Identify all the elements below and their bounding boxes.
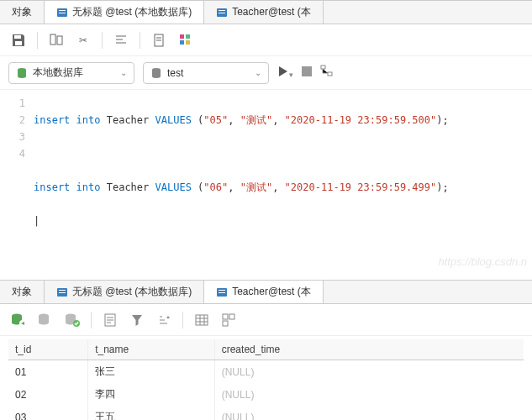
separator bbox=[102, 32, 103, 49]
rollback-icon[interactable] bbox=[62, 310, 82, 330]
table-row[interactable]: 01张三(NULL) bbox=[8, 360, 524, 384]
table-icon bbox=[216, 7, 228, 18]
schema-label: test bbox=[167, 67, 183, 79]
top-tab-bar: 对象 无标题 @test (本地数据库) Teacher@test (本 bbox=[0, 1, 532, 24]
svg-rect-7 bbox=[15, 41, 22, 45]
svg-rect-19 bbox=[328, 72, 332, 76]
svg-rect-33 bbox=[223, 314, 228, 319]
cell-id[interactable]: 01 bbox=[8, 360, 88, 384]
tab-objects[interactable]: 对象 bbox=[0, 1, 45, 24]
svg-rect-34 bbox=[229, 314, 234, 319]
tab-teacher[interactable]: Teacher@test (本 bbox=[204, 1, 324, 24]
bottom-tab-bar: 对象 无标题 @test (本地数据库) Teacher@test (本 bbox=[0, 281, 532, 304]
grid-icon[interactable] bbox=[192, 310, 212, 330]
tab-label: 对象 bbox=[12, 5, 32, 19]
schema-selector[interactable]: test ⌄ bbox=[143, 62, 269, 84]
svg-rect-35 bbox=[223, 321, 228, 326]
result-table-wrap: t_id t_name created_time 01张三(NULL)02李四(… bbox=[0, 336, 532, 420]
line-number: 3 bbox=[0, 129, 25, 145]
grid-color-icon[interactable] bbox=[176, 30, 196, 50]
separator bbox=[37, 32, 38, 49]
svg-rect-9 bbox=[57, 36, 62, 45]
svg-rect-8 bbox=[50, 34, 55, 45]
svg-rect-18 bbox=[321, 66, 325, 69]
tab-label: 无标题 @test (本地数据库) bbox=[72, 5, 192, 19]
tab-untitled-query[interactable]: 无标题 @test (本地数据库) bbox=[45, 281, 204, 303]
tab-label: 无标题 @test (本地数据库) bbox=[72, 285, 192, 299]
tab-untitled-query[interactable]: 无标题 @test (本地数据库) bbox=[45, 1, 204, 24]
begin-transaction-icon[interactable] bbox=[8, 310, 29, 330]
cell-name[interactable]: 李四 bbox=[88, 383, 215, 406]
database-icon bbox=[16, 67, 28, 79]
svg-rect-17 bbox=[302, 66, 312, 76]
svg-rect-22 bbox=[59, 292, 66, 293]
tab-label: Teacher@test (本 bbox=[232, 285, 311, 299]
stop-button[interactable] bbox=[302, 66, 312, 79]
cell-created-time[interactable]: (NULL) bbox=[214, 406, 524, 420]
cell-created-time[interactable]: (NULL) bbox=[214, 383, 524, 406]
separator bbox=[91, 312, 92, 328]
line-gutter: 1 2 3 4 bbox=[0, 95, 34, 263]
chevron-icon: ⌄ bbox=[255, 68, 261, 77]
commit-icon[interactable] bbox=[35, 310, 55, 330]
code-area[interactable]: insert into Teacher VALUES ("05", "测试", … bbox=[34, 95, 532, 263]
col-t-name[interactable]: t_name bbox=[88, 339, 215, 360]
scissors-icon[interactable]: ✂ bbox=[73, 30, 93, 50]
chevron-icon: ⌄ bbox=[120, 68, 127, 77]
tab-teacher[interactable]: Teacher@test (本 bbox=[204, 281, 324, 303]
text-doc-icon[interactable] bbox=[100, 310, 120, 330]
svg-rect-12 bbox=[186, 34, 190, 39]
explain-icon[interactable] bbox=[320, 65, 334, 81]
result-toolbar bbox=[0, 304, 532, 336]
svg-rect-6 bbox=[14, 35, 21, 39]
save-icon[interactable] bbox=[8, 30, 29, 50]
database-selector[interactable]: 本地数据库 ⌄ bbox=[8, 62, 134, 84]
cell-name[interactable]: 张三 bbox=[88, 360, 215, 384]
result-table: t_id t_name created_time 01张三(NULL)02李四(… bbox=[8, 339, 524, 420]
table-icon bbox=[216, 286, 228, 298]
tab-objects[interactable]: 对象 bbox=[0, 281, 45, 303]
separator bbox=[140, 32, 140, 49]
col-created-time[interactable]: created_time bbox=[214, 339, 524, 360]
svg-rect-5 bbox=[219, 13, 225, 13]
table-header-row: t_id t_name created_time bbox=[8, 339, 524, 360]
query-panel: 对象 无标题 @test (本地数据库) Teacher@test (本 ✂ 本… bbox=[0, 0, 532, 271]
table-icon bbox=[56, 7, 68, 18]
svg-rect-1 bbox=[59, 10, 66, 11]
device-icon[interactable] bbox=[46, 30, 66, 50]
svg-rect-14 bbox=[186, 40, 190, 45]
line-number: 4 bbox=[0, 145, 25, 162]
svg-rect-21 bbox=[59, 290, 66, 291]
database-label: 本地数据库 bbox=[33, 66, 83, 80]
table-icon bbox=[56, 286, 68, 298]
cell-id[interactable]: 03 bbox=[8, 406, 88, 420]
col-t-id[interactable]: t_id bbox=[8, 339, 88, 360]
cell-id[interactable]: 02 bbox=[8, 383, 88, 406]
query-toolbar: ✂ bbox=[0, 24, 532, 56]
database-icon bbox=[150, 67, 162, 79]
svg-rect-13 bbox=[180, 40, 184, 45]
separator bbox=[182, 312, 183, 328]
run-button[interactable]: ▾ bbox=[277, 66, 293, 80]
result-panel: 对象 无标题 @test (本地数据库) Teacher@test (本 t_i… bbox=[0, 280, 532, 420]
sql-editor[interactable]: 1 2 3 4 insert into Teacher VALUES ("05"… bbox=[0, 90, 532, 271]
svg-rect-2 bbox=[59, 13, 66, 13]
svg-rect-25 bbox=[219, 292, 225, 293]
tab-label: 对象 bbox=[12, 285, 32, 299]
tab-label: Teacher@test (本 bbox=[232, 5, 311, 19]
form-icon[interactable] bbox=[219, 310, 239, 330]
line-number: 1 bbox=[0, 95, 25, 112]
filter-icon[interactable] bbox=[127, 310, 147, 330]
svg-rect-11 bbox=[180, 34, 184, 39]
line-number: 2 bbox=[0, 112, 25, 129]
table-row[interactable]: 03王五(NULL) bbox=[8, 406, 524, 420]
document-icon[interactable] bbox=[149, 30, 169, 50]
cell-created-time[interactable]: (NULL) bbox=[214, 360, 524, 384]
cell-name[interactable]: 王五 bbox=[88, 406, 215, 420]
table-row[interactable]: 02李四(NULL) bbox=[8, 383, 524, 406]
sort-icon[interactable] bbox=[154, 310, 174, 330]
svg-rect-32 bbox=[196, 315, 208, 325]
svg-rect-4 bbox=[219, 10, 225, 11]
align-icon[interactable] bbox=[111, 30, 131, 50]
connection-row: 本地数据库 ⌄ test ⌄ ▾ bbox=[0, 56, 532, 90]
